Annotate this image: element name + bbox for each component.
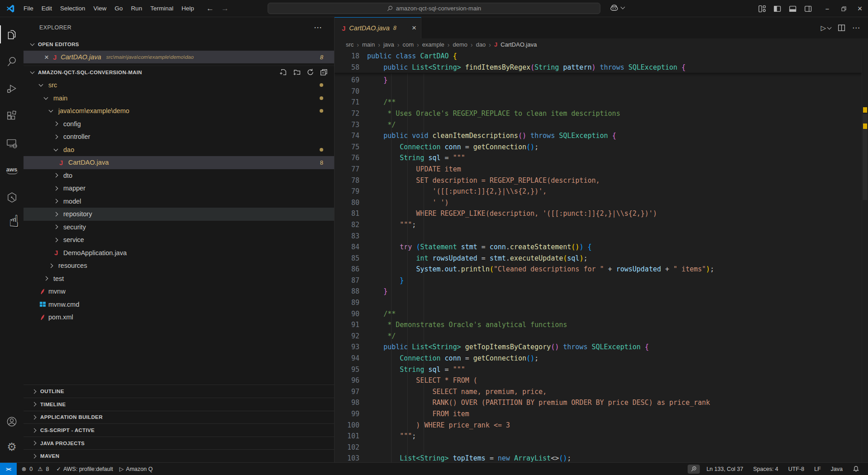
tree-item-mvnw[interactable]: mvnw [24,285,334,298]
split-editor-icon[interactable] [838,24,845,32]
code-text: String sql = """ [367,152,465,164]
overview-ruler[interactable] [862,51,868,462]
tree-item-mvnw-cmd[interactable]: mvnw.cmd [24,298,334,311]
explorer-more-actions-icon[interactable]: ⋯ [314,23,322,33]
refresh-icon[interactable] [307,68,314,76]
java-file-icon: J [342,24,345,32]
project-root-header[interactable]: AMAZON-QCT-SQL-CONVERSION-MAIN [24,66,334,78]
breadcrumb-example[interactable]: example [422,41,444,48]
amazon-q-status[interactable]: ▷ Amazon Q [116,463,156,475]
tree-item-pom-xml[interactable]: pom.xml [24,311,334,324]
activity-explorer[interactable] [0,21,24,48]
toggle-panel-icon[interactable] [789,5,797,13]
close-tab-icon[interactable]: × [412,24,416,33]
menu-go[interactable]: Go [111,3,127,14]
zoom-indicator[interactable] [688,465,700,474]
tree-item-controller[interactable]: controller [24,130,334,143]
tree-item-security[interactable]: security [24,221,334,234]
toggle-secondary-sidebar-icon[interactable] [804,5,812,13]
tree-item-cartdao-java[interactable]: JCartDAO.java8 [24,156,334,169]
collapse-all-icon[interactable] [320,68,328,76]
tree-item-test[interactable]: test [24,272,334,285]
code-line: 102 [335,442,862,453]
remote-indicator[interactable]: >< [0,463,17,475]
activity-settings[interactable]: ⚙ [0,434,24,460]
panel-outline[interactable]: OUTLINE [24,385,334,398]
code-editor[interactable]: 18public class CartDAO {58 public List<S… [335,51,868,462]
chevron-right-icon: › [417,41,419,48]
restore-button[interactable] [835,0,852,17]
line-number: 86 [335,264,367,275]
breadcrumb-main[interactable]: main [362,41,375,48]
panel-application-builder[interactable]: APPLICATION BUILDER [24,411,334,424]
tab-cartdao-java[interactable]: J CartDAO.java 8 × [335,17,421,38]
encoding-indicator[interactable]: UTF-8 [785,463,807,475]
activity-aws[interactable]: aws [0,157,24,184]
minimize-button[interactable]: − [819,0,835,17]
tree-item-resources[interactable]: resources [24,259,334,272]
breadcrumb-com[interactable]: com [402,41,414,48]
panel-cs-script-active[interactable]: CS-SCRIPT - ACTIVE [24,423,334,437]
activity-amazon-q[interactable] [0,184,24,211]
tree-item-demoapplication-java[interactable]: JDemoApplication.java [24,247,334,260]
open-editors-header[interactable]: OPEN EDITORS [24,38,334,51]
code-line: 88 } [335,286,862,297]
eol-indicator[interactable]: LF [811,463,824,475]
run-java-button[interactable]: ▷ [821,24,831,32]
activity-run-debug[interactable] [0,75,24,102]
toggle-sidebar-icon[interactable] [774,5,781,13]
notifications-bell[interactable] [849,463,863,475]
tree-item-config[interactable]: config [24,118,334,131]
tree-item-src[interactable]: src [24,79,334,92]
activity-remote-explorer[interactable] [0,129,24,157]
panel-label: APPLICATION BUILDER [40,414,103,420]
more-actions-icon[interactable]: ⋯ [852,23,860,33]
tree-item-main[interactable]: main [24,92,334,105]
breadcrumb-file[interactable]: CartDAO.java [500,41,537,48]
activity-extensions[interactable] [0,102,24,129]
breadcrumb-demo[interactable]: demo [453,41,467,48]
tree-item-dto[interactable]: dto [24,169,334,182]
tree-item-model[interactable]: model [24,195,334,208]
activity-accounts[interactable] [0,409,24,434]
breadcrumb-src[interactable]: src [346,41,354,48]
menu-edit[interactable]: Edit [38,3,56,14]
breadcrumb-java[interactable]: java [383,41,394,48]
code-line: 80 ' ') [335,197,862,209]
close-icon[interactable]: × [44,53,49,61]
tree-item-service[interactable]: service [24,233,334,247]
panel-maven[interactable]: MAVEN [24,449,334,462]
open-editor-item[interactable]: × J CartDAO.java src\main\java\com\examp… [24,51,334,63]
tree-item-dao[interactable]: dao [24,143,334,157]
copilot-menu[interactable] [609,4,624,12]
command-center-search[interactable]: amazon-qct-sql-conversion-main [268,3,600,14]
customize-layout-icon[interactable] [758,5,766,13]
menu-run[interactable]: Run [127,3,146,14]
menu-file[interactable]: File [19,3,38,14]
forward-icon[interactable]: → [221,4,229,13]
menu-terminal[interactable]: Terminal [146,3,177,14]
tree-item-mapper[interactable]: mapper [24,182,334,195]
java-file-icon: J [59,159,68,166]
breadcrumb-dao[interactable]: dao [476,41,486,48]
cursor-position[interactable]: Ln 133, Col 37 [703,463,746,475]
modified-dot [320,96,323,100]
new-folder-icon[interactable] [293,68,301,76]
aws-profile-status[interactable]: ✓ AWS: profile:default [53,463,116,475]
menu-help[interactable]: Help [177,3,198,14]
panel-java-projects[interactable]: JAVA PROJECTS [24,437,334,450]
tree-item-repository[interactable]: repository [24,208,334,221]
language-indicator[interactable]: Java [828,463,846,475]
menu-selection[interactable]: Selection [56,3,90,14]
back-icon[interactable]: ← [206,4,214,13]
code-line: 84 try (Statement stmt = conn.createStat… [335,242,862,253]
panel-timeline[interactable]: TIMELINE [24,398,334,411]
indentation-indicator[interactable]: Spaces: 4 [750,463,782,475]
menu-view[interactable]: View [90,3,111,14]
problems-indicator[interactable]: ⊗ 0 ⚠ 8 [19,463,53,475]
sticky-scroll[interactable]: 18public class CartDAO {58 public List<S… [335,51,862,73]
new-file-icon[interactable] [279,68,287,76]
close-window-button[interactable]: × [852,0,868,17]
activity-search[interactable] [0,48,24,75]
tree-item-java-com-example-demo[interactable]: java\com\example\demo [24,104,334,118]
